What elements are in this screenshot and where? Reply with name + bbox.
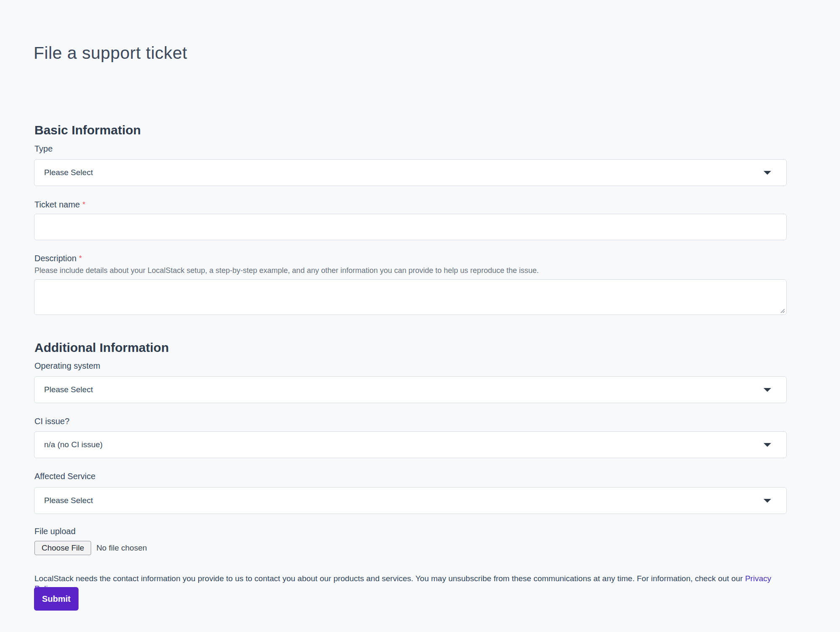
ci-issue-select-value: n/a (no CI issue) (44, 440, 102, 449)
section-heading-basic: Basic Information (34, 123, 141, 137)
file-upload-status: No file chosen (96, 543, 147, 553)
ticket-name-input[interactable] (34, 214, 787, 240)
chevron-down-icon (764, 499, 771, 503)
operating-system-select-value: Please Select (44, 385, 93, 394)
file-upload-label: File upload (34, 526, 76, 536)
required-asterisk: * (79, 254, 82, 262)
affected-service-label: Affected Service (34, 471, 95, 481)
ci-issue-label: CI issue? (34, 416, 69, 426)
type-select-value: Please Select (44, 168, 93, 177)
chevron-down-icon (764, 388, 771, 392)
operating-system-select[interactable]: Please Select (34, 376, 787, 403)
privacy-notice: LocalStack needs the contact information… (34, 574, 790, 594)
privacy-text: LocalStack needs the contact information… (34, 574, 745, 583)
description-helper-text: Please include details about your LocalS… (34, 266, 786, 275)
section-heading-additional: Additional Information (34, 341, 169, 355)
affected-service-select-value: Please Select (44, 496, 93, 505)
page-title: File a support ticket (34, 43, 187, 63)
choose-file-button[interactable]: Choose File (34, 541, 91, 555)
description-textarea[interactable] (34, 279, 787, 315)
ci-issue-select[interactable]: n/a (no CI issue) (34, 431, 787, 458)
resize-grip-icon[interactable] (778, 307, 785, 313)
required-asterisk: * (82, 200, 85, 209)
ticket-name-label: Ticket name* (34, 199, 85, 210)
operating-system-label: Operating system (34, 361, 100, 371)
chevron-down-icon (764, 171, 771, 175)
file-upload-control: Choose File No file chosen (34, 541, 147, 555)
type-label: Type (34, 144, 52, 154)
chevron-down-icon (764, 443, 771, 447)
submit-button[interactable]: Submit (34, 587, 79, 611)
affected-service-select[interactable]: Please Select (34, 487, 787, 514)
type-select[interactable]: Please Select (34, 159, 787, 186)
description-label: Description* (34, 253, 82, 263)
